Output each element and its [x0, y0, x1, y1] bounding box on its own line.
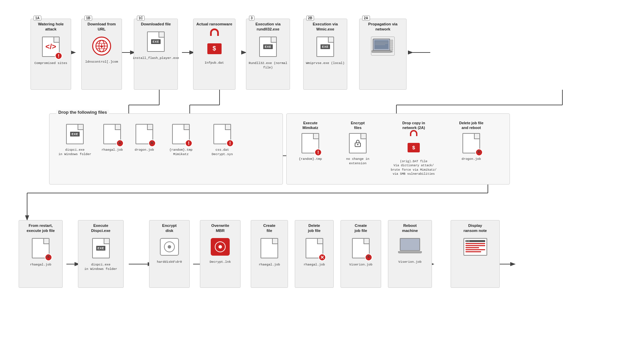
random-tmp-warning-badge: !	[185, 140, 192, 147]
card-label-wmic: Wmiprvse.exe (local)	[306, 61, 345, 65]
harddisk-icon	[160, 238, 179, 256]
encrypt-file-icon	[349, 133, 367, 153]
ransomware-icon-wrap: $	[206, 34, 223, 56]
drop-copy-dollar: $	[412, 145, 415, 150]
card-display-ransom: Displayransom note	[451, 220, 500, 288]
random-tmp-label: {random}.tmpMimikatz	[169, 148, 192, 157]
mbr-disk-center	[219, 245, 222, 249]
badge-1a: 1A	[34, 16, 41, 21]
exe-file-icon-rundll: EXE	[259, 37, 277, 57]
card-delete-job-file: Deletejob file ✕ rhaegal.job	[295, 220, 334, 288]
from-restart-label: rhaegal.job	[30, 262, 51, 267]
random-tmp-icon-wrap: !	[172, 124, 190, 144]
css-dat-warning-badge: !	[226, 140, 234, 147]
card-title-ransomware: Actual ransomware	[196, 22, 232, 27]
execute-dispci-file-icon: EXE	[92, 238, 110, 258]
drop-file-dispci: EXE dispci.exein Windows folder	[56, 124, 94, 157]
create-job-file-label: Viserion.job	[349, 262, 372, 267]
disk-inner	[164, 241, 175, 252]
css-dat-icon-wrap: !	[213, 124, 231, 144]
network-icon	[371, 37, 395, 56]
globe-icon-wrap	[92, 37, 111, 56]
exe-badge-wmic: EXE	[321, 44, 330, 49]
card-title-delete-job-file: Deletejob file	[308, 223, 321, 233]
encrypt-icon-wrap	[349, 133, 367, 153]
exe-file-icon-1c: EXE	[147, 31, 165, 52]
lock-body: $	[207, 43, 222, 54]
card-title-from-restart: From restart,execute job file	[26, 223, 55, 233]
card-title-propagation: Propagation via network	[361, 22, 404, 32]
dispci-icon-wrap: EXE	[66, 124, 84, 144]
card-create-job-file: Createjob file 🐞 Viserion.job	[340, 220, 381, 288]
encrypt-disk-label: harddisk0\dr0	[157, 260, 182, 264]
exe-badge-rundll: EXE	[263, 44, 273, 49]
drop-file-random-tmp: ! {random}.tmpMimikatz	[164, 124, 198, 157]
card-title-reboot-machine: Rebootmachine	[402, 223, 418, 233]
disk-center	[168, 245, 171, 249]
encrypt-title: Encryptfiles	[351, 121, 365, 130]
mbr-disk-inner	[215, 241, 226, 252]
laptop-base	[398, 251, 422, 253]
mbr-harddisk-icon	[211, 238, 230, 256]
ransom-screen-icon	[463, 238, 487, 256]
drop-copy-label: (orig).DAT fileVia dictionary attack/bru…	[391, 159, 436, 176]
actions-group: ExecuteMimikatz ! {random}.tmp Encryptfi…	[286, 113, 510, 185]
exe-file-icon-wmic: EXE	[316, 37, 334, 57]
card-title-1a: Watering hole attack	[33, 22, 69, 32]
exe-badge-1c: EXE	[151, 39, 161, 44]
card-title-create-job-file: Createjob file	[354, 223, 367, 233]
drop-file-drogon: 🐞 drogon.job	[131, 124, 158, 152]
badge-2a: 2A	[362, 16, 370, 21]
drop-file-rhaegal: 🐞 rhaegal.job	[99, 124, 126, 152]
execute-dispci-exe-badge: EXE	[96, 246, 106, 251]
delete-job-label: drogon.job	[461, 157, 481, 161]
execute-dispci-icon-wrap: EXE	[92, 238, 110, 258]
card-title-overwrite-mbr: OverwriteMBR	[211, 223, 229, 233]
exe-file-icon-wrap-1c: EXE	[147, 31, 165, 52]
create-file-icon	[261, 238, 278, 258]
card-label-1b: ldnscontrol[.]com	[85, 60, 118, 64]
dollar-sign: $	[212, 45, 216, 52]
globe-icon	[92, 37, 111, 56]
card-propagation: 2A Propagation via network	[359, 19, 407, 90]
card-create-file: Createfile rhaegal.job	[251, 220, 288, 288]
card-download-url: 1B Download from URL ldnscontrol[.]com	[81, 19, 122, 90]
delete-job-x-badge: ✕	[318, 254, 326, 261]
laptop-screen	[400, 238, 420, 251]
card-title-execute-dispci: ExecuteDispci.exe	[91, 223, 110, 233]
delete-job-bug-badge: 🐞	[475, 149, 483, 156]
encrypt-disk-icon-wrap	[160, 238, 179, 256]
lock-shackle	[210, 28, 219, 36]
drop-copy-lock-icon: $	[406, 135, 421, 152]
badge-1b: 1B	[84, 16, 92, 21]
network-icon-wrap	[371, 37, 395, 56]
drop-file-css-dat: ! css.datDecrypt.sys	[205, 124, 239, 157]
action-drop-copy: Drop copy innetwork (2A) $ (orig).DAT fi…	[387, 121, 441, 176]
card-title-wmic: Execution via Wmic.exe	[306, 22, 345, 32]
execute-dispci-label: dispci.exein Windows folder	[84, 262, 117, 272]
card-label-rundll: Rundll32.exe (normal file)	[248, 61, 288, 70]
badge-1c: 1C	[137, 16, 145, 21]
card-watering-hole: 1A Watering hole attack </> ! Compromise…	[30, 19, 71, 90]
globe-svg	[95, 39, 108, 53]
card-execution-wmic: 2B Execution via Wmic.exe EXE Wmiprvse.e…	[303, 19, 347, 90]
laptop-icon	[398, 238, 422, 256]
lock-small-svg	[354, 139, 362, 147]
network-svg	[372, 38, 394, 55]
mimikatz-warning-badge: !	[314, 149, 322, 156]
svg-rect-40	[372, 50, 391, 52]
card-downloaded-file: 1C Downloaded file EXE install_flash_pla…	[134, 19, 178, 90]
exe-file-icon-wrap-rundll: EXE	[259, 37, 277, 57]
rhaegal-bug-badge: 🐞	[116, 140, 124, 147]
dispci-exe-icon: EXE	[66, 124, 84, 144]
delete-job-file-label: rhaegal.job	[304, 262, 325, 267]
rhaegal-icon-wrap: 🐞	[103, 124, 121, 144]
reboot-machine-icon-wrap	[398, 238, 422, 256]
drogon-label: drogon.job	[135, 148, 154, 152]
delete-job-icon-wrap: 🐞	[462, 133, 480, 153]
card-title-rundll: Execution via rundll32.exe	[248, 22, 288, 32]
card-label-1a: Compromised sites	[35, 61, 67, 65]
card-title-1c: Downloaded file	[141, 22, 171, 27]
drop-files-group: Drop the following files EXE dispci.exei…	[49, 113, 283, 185]
create-job-file-icon-wrap: 🐞	[352, 238, 370, 258]
